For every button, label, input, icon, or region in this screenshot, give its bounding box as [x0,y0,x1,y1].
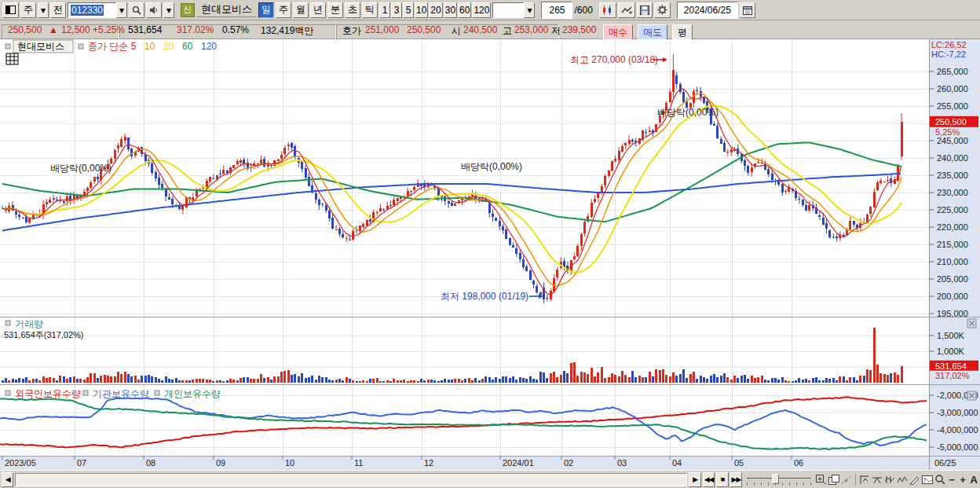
save-icon[interactable] [637,2,653,18]
minute-button-120[interactable]: 120 [472,2,491,18]
minute-button-1[interactable]: 1 [379,2,390,18]
interval-dropdown-arrow-icon[interactable]: ▾ [524,2,535,18]
period-button-0[interactable]: 일 [258,2,274,18]
zoom-out-button[interactable]: − [947,473,956,486]
minute-button-30[interactable]: 30 [444,2,457,18]
status-bar: ◀ ▶ ◀◀ ■ ▶▶ − + A [0,470,980,488]
svg-text:배당락(0,00%): 배당락(0,00%) [50,163,112,174]
wave-tool-icon[interactable] [897,473,908,486]
period-button-6[interactable]: 틱 [362,2,378,18]
calendar-icon[interactable] [740,2,755,18]
step-back-button[interactable]: ◀◀ [703,472,715,487]
prev-stock-button[interactable]: 전 [50,2,66,18]
code-dropdown-arrow-icon[interactable]: ▾ [116,2,127,18]
minute-button-20[interactable]: 20 [429,2,442,18]
low-label: 저 [551,24,561,38]
svg-text:225,000: 225,000 [937,205,968,215]
trendline-mode-icon[interactable] [841,473,852,486]
svg-text:1,500K: 1,500K [937,331,965,340]
stock-code-combo: 012330 ▾ [68,2,127,18]
minute-button-10[interactable]: 10 [415,2,428,18]
step-forward-button[interactable]: ▶▶ [730,472,742,487]
grid-icon[interactable] [6,53,18,64]
period-button-2[interactable]: 월 [293,2,309,18]
week-cycle-button[interactable]: 주 [20,2,36,18]
svg-text:현대모비스: 현대모비스 [17,41,64,52]
bid-price: 250,500 [407,24,441,35]
svg-text:개인보유수량: 개인보유수량 [164,388,221,399]
legend-square-icon[interactable] [5,44,10,49]
period-button-1[interactable]: 주 [276,2,291,18]
high-price: 253,000 [514,24,548,35]
valley-tool-icon[interactable] [884,473,895,486]
cross-tool-icon[interactable] [859,473,870,486]
svg-text:-5,000,000: -5,000,000 [937,442,978,452]
svg-text:거래량: 거래량 [15,318,43,329]
date-input[interactable] [677,2,738,19]
close-pane-icon[interactable] [967,391,976,400]
chart-scrollbar-track[interactable] [15,473,687,486]
scroll-left-button[interactable]: ◀ [2,472,13,487]
close-pane-icon[interactable] [967,319,976,328]
minute-button-5[interactable]: 5 [403,2,414,18]
legend-square-icon[interactable] [83,391,88,395]
week-dropdown-arrow-icon[interactable]: ▾ [38,2,49,18]
peak-tool-icon[interactable] [872,473,883,486]
stock-name-label[interactable]: 현대모비스 [196,2,257,17]
svg-text:2024/01: 2024/01 [503,458,534,468]
magnifier-icon[interactable] [934,473,945,486]
legend-square-icon[interactable] [5,391,10,395]
svg-text:08: 08 [146,458,155,468]
svg-text:2023/05: 2023/05 [5,458,36,468]
bar-total-label: /600 [574,5,592,16]
legend-square-icon[interactable] [155,391,159,395]
auto-scale-button[interactable]: A [969,473,978,486]
svg-text:10: 10 [144,41,155,52]
scroll-right-button[interactable]: ▶ [689,472,700,487]
window-icon[interactable] [2,2,19,18]
zoom-area-icon[interactable] [816,473,827,486]
legend-square-icon[interactable] [79,44,83,49]
interval-select[interactable] [492,2,524,18]
stock-chart-canvas[interactable]: LC:26,52HC:-7,22265,000260,000255,000245… [0,39,980,470]
stock-code-input[interactable]: 012330 [68,2,116,18]
period-button-3[interactable]: 년 [310,2,326,18]
sell-button[interactable]: 매도 [638,24,667,41]
period-button-group: 일주월년분초틱 [258,2,378,18]
legend-square-icon[interactable] [5,321,10,325]
speaker-dropdown-arrow-icon[interactable]: ▾ [163,2,174,18]
candle-style-icon[interactable] [599,2,616,18]
svg-text:531,654주(317,02%): 531,654주(317,02%) [4,330,84,339]
svg-text:LC:26,52: LC:26,52 [931,40,967,50]
search-icon[interactable] [129,2,144,18]
svg-text:200,000: 200,000 [937,292,968,301]
svg-text:07: 07 [77,458,86,468]
stop-button[interactable]: ■ [716,472,728,487]
interval-combo: ▾ [492,2,535,18]
pencil-tool-icon[interactable] [909,473,920,486]
minute-button-60[interactable]: 60 [458,2,471,18]
buy-button[interactable]: 매수 [603,24,633,41]
svg-text:215,000: 215,000 [937,240,968,249]
overlay-windows-icon[interactable] [828,473,839,486]
svg-text:05: 05 [734,458,744,468]
settings-gear-icon[interactable] [654,2,671,18]
avg-button[interactable]: 평 [672,24,693,41]
speaker-icon[interactable] [146,2,162,18]
period-button-5[interactable]: 초 [345,2,360,18]
svg-text:04: 04 [672,458,682,468]
zoom-in-button[interactable]: + [958,473,967,486]
change-percent: +5.25% [93,24,125,35]
period-button-4[interactable]: 분 [327,2,343,18]
volume-percent: 317.02% [177,24,214,35]
image-export-icon[interactable] [922,473,933,486]
chart-area[interactable]: LC:26,52HC:-7,22265,000260,000255,000245… [0,39,980,470]
bar-width-slider[interactable] [747,473,811,486]
turnover-percent: 0.57% [222,24,249,35]
svg-text:배당락(0,00%): 배당락(0,00%) [657,107,719,118]
quote-info-bar: 250,500 ▲ 12,500 +5.25% 531,654 317.02% … [0,20,980,39]
svg-text:03: 03 [617,458,627,468]
bar-count-input[interactable] [541,2,572,19]
minute-button-3[interactable]: 3 [391,2,402,18]
line-style-icon[interactable] [618,2,635,18]
